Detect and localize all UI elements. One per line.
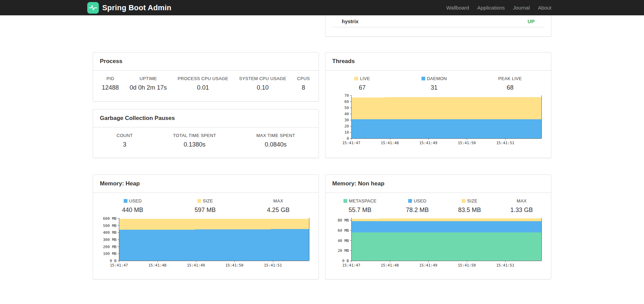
svg-text:50: 50: [344, 106, 349, 110]
legend-item-max: MAX 1.33 GB: [510, 198, 533, 214]
brand-link[interactable]: Spring Boot Admin: [87, 2, 171, 14]
navbar-links: Wallboard Applications Journal About: [446, 5, 551, 11]
svg-text:15:41:48: 15:41:48: [381, 141, 399, 145]
gc-panel: Garbage Collection Pauses COUNT 3 TOTAL …: [93, 109, 319, 158]
svg-text:0 B: 0 B: [110, 259, 117, 263]
svg-text:15:41:51: 15:41:51: [264, 263, 282, 268]
nav-link-about[interactable]: About: [538, 5, 551, 11]
legend-item-peak-live: PEAK LIVE 68: [498, 76, 522, 91]
legend-swatch-daemon: [421, 77, 425, 80]
svg-text:15:41:47: 15:41:47: [110, 263, 128, 268]
svg-text:15:41:51: 15:41:51: [496, 263, 515, 268]
metric-uptime: UPTIME 0d 0h 2m 17s: [130, 76, 167, 91]
svg-text:20: 20: [344, 124, 349, 128]
top-navbar: Spring Boot Admin Wallboard Applications…: [0, 0, 644, 15]
metric-label: TOTAL TIME SPENT: [173, 133, 216, 138]
panel-title: Garbage Collection Pauses: [93, 109, 319, 127]
metric-value: 0.10: [239, 84, 286, 91]
process-panel: Process PID 12488 UPTIME 0d 0h 2m 17s PR…: [93, 52, 319, 102]
legend-value: 55.7 MB: [343, 207, 377, 214]
process-metrics: PID 12488 UPTIME 0d 0h 2m 17s PROCESS CP…: [93, 71, 319, 91]
pulse-icon: [89, 4, 97, 12]
legend-value: 78.2 MB: [406, 207, 429, 214]
status-badge: UP: [527, 18, 535, 24]
legend-item-used: USED 78.2 MB: [406, 198, 429, 214]
svg-text:15:41:48: 15:41:48: [381, 263, 399, 268]
legend-value: 4.25 GB: [267, 207, 290, 214]
metric-gc-total-time: TOTAL TIME SPENT 0.1380s: [173, 133, 216, 148]
metric-label: UPTIME: [130, 76, 167, 81]
memory-heap-panel: Memory: Heap USED 440 MB SIZE 597 MB MAX…: [93, 174, 319, 279]
panel-title: Threads: [325, 52, 551, 71]
legend-item-size: SIZE 597 MB: [195, 198, 216, 214]
legend-label: SIZE: [467, 198, 477, 203]
legend-value: 440 MB: [122, 207, 143, 214]
metric-value: 12488: [102, 84, 119, 91]
legend-item-used: USED 440 MB: [122, 198, 143, 214]
legend-label: USED: [129, 198, 142, 203]
spring-boot-admin-logo: [87, 2, 99, 14]
metric-label: CPUS: [297, 76, 310, 81]
left-column: Process PID 12488 UPTIME 0d 0h 2m 17s PR…: [93, 15, 319, 279]
legend-swatch-size: [462, 199, 465, 203]
threads-chart: 01020304050607015:41:4715:41:4815:41:491…: [325, 91, 551, 148]
threads-legend: LIVE 67 DAEMON 31 PEAK LIVE 68: [325, 71, 551, 91]
metric-label: MAX TIME SPENT: [256, 133, 295, 138]
panel-title: Process: [93, 52, 319, 71]
metric-system-cpu: SYSTEM CPU USAGE 0.10: [239, 76, 286, 91]
panel-title: Memory: Non heap: [325, 175, 551, 193]
svg-text:15:41:49: 15:41:49: [419, 263, 438, 268]
svg-text:600 MB: 600 MB: [103, 216, 117, 221]
svg-text:400 MB: 400 MB: [103, 230, 117, 235]
metric-gc-max-time: MAX TIME SPENT 0.0840s: [256, 133, 295, 148]
svg-text:0 B: 0 B: [342, 259, 349, 263]
svg-text:15:41:50: 15:41:50: [226, 263, 244, 268]
legend-label: METASPACE: [349, 198, 377, 203]
legend-label: LIVE: [360, 76, 370, 81]
heap-legend: USED 440 MB SIZE 597 MB MAX 4.25 GB: [93, 193, 319, 214]
svg-text:15:41:47: 15:41:47: [342, 141, 361, 145]
svg-text:0: 0: [347, 136, 349, 141]
metric-value: 0.1380s: [173, 141, 216, 148]
legend-swatch-size: [197, 199, 201, 203]
svg-text:15:41:47: 15:41:47: [342, 263, 361, 268]
legend-item-max: MAX 4.25 GB: [267, 198, 290, 214]
legend-swatch-metaspace: [343, 199, 347, 203]
metric-label: SYSTEM CPU USAGE: [239, 76, 286, 81]
panel-title: Memory: Heap: [93, 175, 319, 193]
legend-swatch-used: [408, 199, 412, 203]
legend-item-live: LIVE 67: [354, 76, 370, 91]
gc-metrics: COUNT 3 TOTAL TIME SPENT 0.1380s MAX TIM…: [93, 127, 319, 148]
svg-text:100 MB: 100 MB: [103, 252, 117, 256]
nav-link-wallboard[interactable]: Wallboard: [446, 5, 469, 11]
svg-text:60: 60: [344, 100, 349, 104]
legend-label: MAX: [517, 198, 526, 203]
svg-text:15:41:51: 15:41:51: [496, 141, 515, 145]
legend-label: USED: [414, 198, 426, 203]
application-row[interactable]: hystrix UP: [332, 15, 544, 27]
metric-process-cpu: PROCESS CPU USAGE 0.01: [178, 76, 228, 91]
svg-text:80 MB: 80 MB: [338, 218, 349, 223]
svg-text:300 MB: 300 MB: [103, 238, 117, 242]
legend-swatch-live: [354, 77, 358, 80]
svg-text:30: 30: [344, 118, 349, 122]
legend-value: 31: [421, 84, 447, 91]
memory-heap-chart: 0 B100 MB200 MB300 MB400 MB500 MB600 MB1…: [93, 214, 319, 270]
legend-label: PEAK LIVE: [498, 76, 522, 81]
brand-title: Spring Boot Admin: [102, 3, 171, 12]
metric-label: PROCESS CPU USAGE: [178, 76, 228, 81]
nav-link-journal[interactable]: Journal: [513, 5, 530, 11]
legend-swatch-used: [124, 199, 127, 203]
metric-value: 3: [117, 141, 133, 148]
svg-text:20 MB: 20 MB: [338, 248, 349, 253]
svg-text:500 MB: 500 MB: [103, 224, 117, 228]
metric-gc-count: COUNT 3: [117, 133, 133, 148]
legend-label: SIZE: [203, 198, 213, 203]
svg-text:60 MB: 60 MB: [338, 228, 349, 233]
metric-label: COUNT: [117, 133, 133, 138]
nav-link-applications[interactable]: Applications: [477, 5, 505, 11]
svg-text:40: 40: [344, 112, 349, 116]
metric-value: 0.01: [178, 84, 228, 91]
memory-nonheap-panel: Memory: Non heap METASPACE 55.7 MB USED …: [325, 174, 551, 279]
legend-value: 67: [354, 84, 370, 91]
